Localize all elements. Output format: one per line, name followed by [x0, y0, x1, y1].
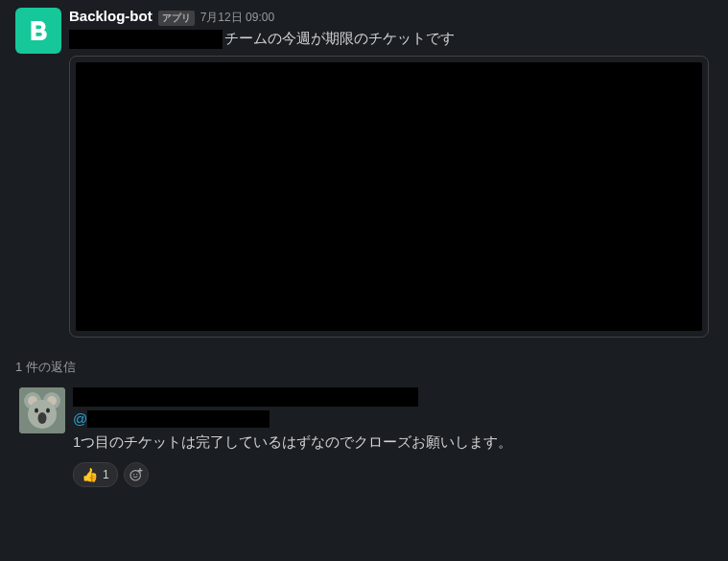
message-body: Backlog-bot アプリ 7月12日 09:00 チームの今週が期限のチケ… [69, 8, 709, 338]
bot-message: Backlog-bot アプリ 7月12日 09:00 チームの今週が期限のチケ… [0, 0, 728, 345]
attachment-container [69, 56, 709, 338]
svg-point-9 [130, 471, 140, 480]
thumbsup-icon: 👍 [82, 467, 98, 482]
mention-line: @ [73, 410, 709, 428]
user-avatar[interactable] [19, 387, 65, 433]
svg-point-11 [136, 474, 137, 475]
thread-reply-count[interactable]: 1 件の返信 [0, 345, 728, 384]
attachment-image[interactable] [76, 62, 702, 331]
timestamp[interactable]: 7月12日 09:00 [200, 10, 274, 26]
redacted-mention [87, 410, 270, 428]
svg-point-10 [133, 474, 134, 475]
message-text-suffix: チームの今週が期限のチケットです [224, 30, 455, 46]
add-reaction-button[interactable] [124, 462, 149, 487]
reply-body: @ 1つ目のチケットは完了しているはずなのでクローズお願いします。 👍 1 [73, 387, 709, 488]
svg-point-7 [46, 408, 50, 412]
redacted-reply-header [73, 387, 418, 407]
add-reaction-icon [129, 467, 144, 482]
backlog-logo-icon [24, 16, 53, 45]
message-header: Backlog-bot アプリ 7月12日 09:00 [69, 8, 709, 26]
redacted-team-name [69, 30, 223, 49]
reactions-bar: 👍 1 [73, 462, 709, 487]
svg-point-6 [35, 408, 38, 412]
app-badge: アプリ [158, 11, 195, 26]
svg-point-8 [38, 412, 47, 424]
message-text: チームの今週が期限のチケットです [69, 28, 709, 50]
reaction-thumbsup[interactable]: 👍 1 [73, 462, 118, 487]
reaction-count: 1 [103, 468, 109, 481]
sender-name[interactable]: Backlog-bot [69, 8, 153, 24]
koala-avatar-image [19, 387, 65, 433]
bot-avatar[interactable] [15, 8, 61, 54]
reply-message: @ 1つ目のチケットは完了しているはずなのでクローズお願いします。 👍 1 [0, 384, 728, 496]
reply-text: 1つ目のチケットは完了しているはずなのでクローズお願いします。 [73, 432, 709, 454]
mention-at[interactable]: @ [73, 410, 87, 427]
